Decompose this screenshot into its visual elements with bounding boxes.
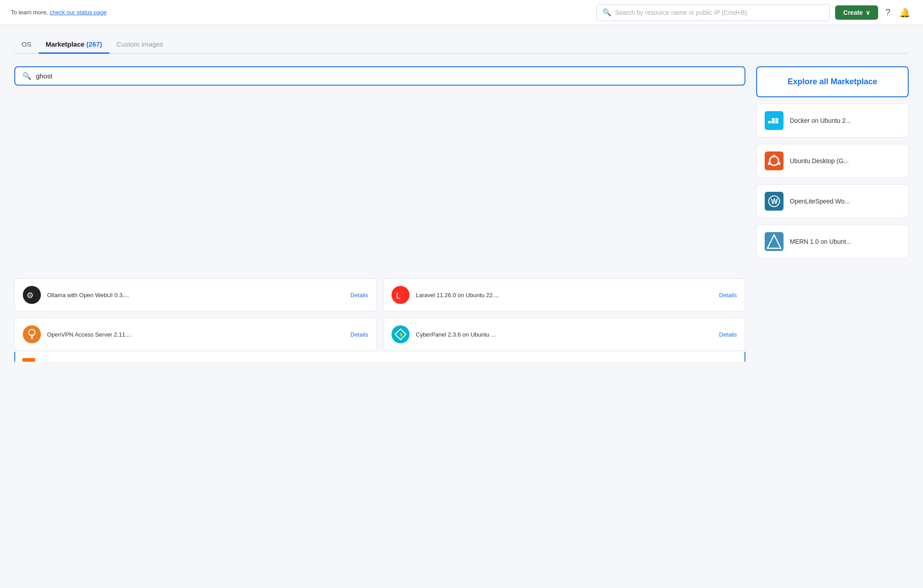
tab-marketplace[interactable]: Marketplace (267) — [39, 36, 109, 54]
svg-point-27 — [768, 162, 771, 165]
svg-point-28 — [778, 162, 780, 165]
tab-os[interactable]: OS — [14, 36, 39, 54]
list-item[interactable]: Ubuntu Desktop (G... — [756, 144, 909, 178]
right-card-name: Docker on Ubuntu 2... — [790, 117, 900, 124]
search-icon: 🔍 — [602, 8, 611, 17]
details-link[interactable]: Details — [350, 292, 368, 298]
marketplace-search-box[interactable]: 🔍 — [14, 66, 745, 86]
details-link[interactable]: Details — [719, 292, 737, 298]
mern-logo — [765, 232, 784, 251]
chevron-down-icon: ∨ — [866, 9, 870, 16]
card-info: OpenVPN Access Server 2.11.... — [47, 331, 344, 338]
svg-rect-24 — [765, 151, 784, 170]
cyberpanel-logo: ⚡ — [392, 325, 409, 343]
item-title: cPanel & WHM® for Ubuntu — [39, 361, 128, 362]
list-item[interactable]: MERN 1.0 on Ubunt... — [756, 225, 909, 259]
card-name: Laravel 11.26.0 on Ubuntu 22.... — [416, 292, 713, 298]
svg-rect-14 — [31, 334, 33, 339]
right-card-name: MERN 1.0 on Ubunt... — [790, 238, 900, 245]
card-info: CyberPanel 2.3.6 on Ubuntu ... — [416, 331, 713, 338]
svg-text:⚡: ⚡ — [398, 332, 404, 337]
notifications-button[interactable]: 🔔 — [897, 5, 912, 20]
list-item[interactable]: ⚙ Ollama with Open WebUI 0.3.... Details — [14, 278, 377, 311]
svg-point-26 — [773, 155, 775, 157]
search-placeholder: Search by resource name or public IP (Cm… — [615, 9, 747, 16]
list-item[interactable]: W OpenLiteSpeed Wo... — [756, 184, 909, 218]
right-card-name: OpenLiteSpeed Wo... — [790, 198, 900, 205]
create-button[interactable]: Create ∨ — [835, 5, 878, 20]
svg-rect-21 — [775, 121, 778, 123]
svg-text:⚙: ⚙ — [26, 291, 34, 300]
list-item[interactable]: Docker on Ubuntu 2... — [756, 104, 909, 138]
svg-rect-20 — [772, 121, 775, 123]
openvpn-logo — [23, 325, 41, 343]
docker-logo — [765, 111, 784, 130]
details-link[interactable]: Details — [719, 331, 737, 338]
marketplace-search-input[interactable] — [36, 72, 737, 80]
search-icon: 🔍 — [22, 72, 31, 80]
explore-marketplace-button[interactable]: Explore all Marketplace — [756, 66, 909, 97]
svg-rect-23 — [775, 118, 778, 121]
item-category: Blogs and Forums — [694, 361, 737, 362]
main-content: OS Marketplace (267) Custom images 🔍 — [0, 25, 923, 362]
details-link[interactable]: Details — [350, 331, 368, 338]
search-dropdown: cPanel cPanel & WHM® for Ubuntu Blogs an… — [14, 352, 745, 362]
ollama-logo: ⚙ — [23, 286, 41, 304]
svg-rect-0 — [22, 358, 35, 362]
list-item[interactable]: OpenVPN Access Server 2.11.... Details — [14, 318, 377, 351]
search-section: 🔍 cPanel c — [14, 66, 745, 351]
laravel-logo: L — [392, 286, 409, 304]
cpanel-logo: cPanel — [22, 358, 35, 362]
card-name: OpenVPN Access Server 2.11.... — [47, 331, 344, 338]
card-name: CyberPanel 2.3.6 on Ubuntu ... — [416, 331, 713, 338]
tab-custom-images[interactable]: Custom images — [109, 36, 170, 54]
global-search[interactable]: 🔍 Search by resource name or public IP (… — [596, 4, 830, 21]
image-tabs: OS Marketplace (267) Custom images — [14, 36, 909, 54]
svg-text:W: W — [771, 198, 778, 205]
top-bar: To learn more, check our status page 🔍 S… — [0, 0, 923, 25]
list-item[interactable]: ⚡ CyberPanel 2.3.6 on Ubuntu ... Details — [383, 318, 745, 351]
wordpress-logo: W — [765, 192, 784, 211]
status-page-link[interactable]: check our status page — [50, 9, 107, 16]
right-panel: Explore all Marketplace Docker on Ubuntu… — [756, 66, 909, 351]
right-card-name: Ubuntu Desktop (G... — [790, 157, 900, 164]
help-button[interactable]: ? — [884, 5, 892, 19]
list-item[interactable]: L Laravel 11.26.0 on Ubuntu 22.... Detai… — [383, 278, 745, 311]
card-info: Ollama with Open WebUI 0.3.... — [47, 292, 344, 298]
top-bar-notice: To learn more, check our status page — [11, 9, 591, 16]
content-grid: 🔍 cPanel c — [14, 66, 909, 351]
card-info: Laravel 11.26.0 on Ubuntu 22.... — [416, 292, 713, 298]
svg-rect-22 — [772, 118, 775, 121]
svg-text:L: L — [396, 291, 401, 300]
ubuntu-logo — [765, 151, 784, 170]
svg-rect-19 — [768, 121, 771, 123]
marketplace-cards-grid: ⚙ Ollama with Open WebUI 0.3.... Details… — [14, 278, 745, 351]
card-name: Ollama with Open WebUI 0.3.... — [47, 292, 344, 298]
list-item[interactable]: cPanel cPanel & WHM® for Ubuntu Blogs an… — [15, 352, 744, 362]
